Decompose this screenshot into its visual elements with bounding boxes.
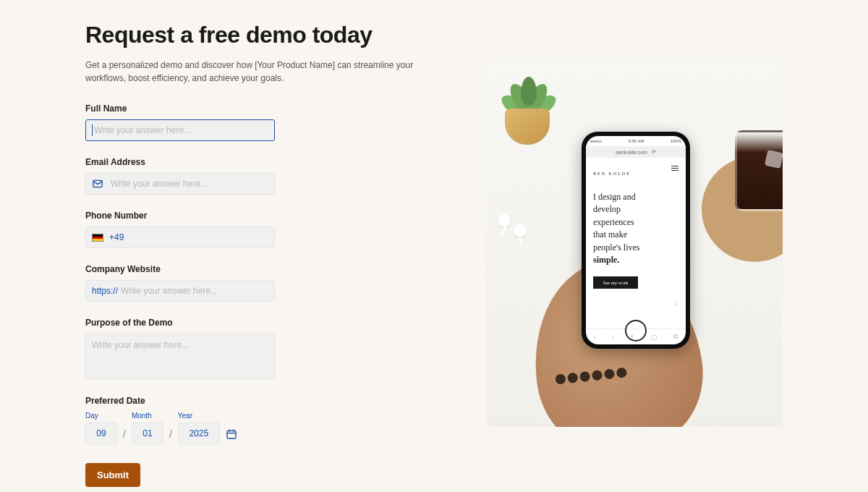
email-label: Email Address — [85, 157, 418, 167]
calendar-icon[interactable] — [226, 428, 237, 440]
site-cta-button: See my work — [593, 276, 638, 289]
svg-rect-1 — [227, 430, 236, 438]
date-separator: / — [123, 428, 126, 444]
phone-status-left: eeeco — [590, 139, 602, 143]
field-preferred-date: Preferred Date Day 09 / Month 01 / Year … — [85, 396, 418, 444]
submit-button[interactable]: Submit — [85, 463, 140, 487]
phone-status-right: 100% — [671, 139, 681, 143]
page-subtitle: Get a personalized demo and discover how… — [85, 59, 418, 85]
full-name-label: Full Name — [85, 103, 418, 114]
purpose-textarea[interactable] — [92, 340, 268, 373]
purpose-textarea-wrap[interactable] — [85, 334, 275, 380]
back-icon: ‹ — [594, 334, 596, 341]
forward-icon: › — [612, 334, 614, 341]
tabs-icon: ⧉ — [673, 333, 678, 341]
coffee-glass-icon — [735, 130, 783, 211]
phone-mockup: eeeco 9:55 AM 100% benkolde.com ⟳ BEN KO… — [582, 132, 690, 349]
website-input-wrap[interactable]: https:// — [85, 280, 275, 302]
field-phone: Phone Number +49 — [85, 211, 418, 248]
phone-status-time: 9:55 AM — [628, 139, 644, 143]
year-mini-label: Year — [178, 412, 220, 420]
refresh-icon: ⟳ — [652, 149, 656, 155]
phone-input[interactable] — [127, 232, 268, 242]
flag-de-icon[interactable] — [92, 234, 103, 242]
purpose-label: Purpose of the Demo — [85, 318, 418, 328]
email-input-wrap[interactable] — [85, 173, 275, 195]
field-email: Email Address — [85, 157, 418, 195]
date-separator: / — [169, 428, 172, 444]
site-brand: BEN KOLDE — [593, 171, 631, 176]
month-input[interactable]: 01 — [132, 423, 163, 444]
website-input[interactable] — [121, 286, 268, 296]
year-input[interactable]: 2025 — [178, 423, 220, 444]
website-label: Company Website — [85, 264, 418, 274]
month-mini-label: Month — [132, 412, 163, 420]
phone-input-wrap[interactable]: +49 — [85, 226, 275, 248]
home-button-icon — [625, 320, 647, 342]
earbuds-icon — [498, 214, 538, 240]
phone-label: Phone Number — [85, 211, 418, 221]
field-website: Company Website https:// — [85, 264, 418, 302]
day-mini-label: Day — [85, 412, 117, 420]
phone-prefix: +49 — [109, 232, 124, 242]
field-purpose: Purpose of the Demo — [85, 318, 418, 380]
full-name-input[interactable] — [94, 125, 268, 135]
plant-icon — [498, 72, 557, 145]
menu-icon — [671, 166, 678, 171]
phone-url: benkolde.com — [616, 150, 647, 155]
site-copy: I design and develop experiences that ma… — [593, 191, 678, 266]
text-caret — [92, 124, 93, 136]
scroll-down-icon: ↓ — [674, 300, 678, 307]
mail-icon — [92, 178, 103, 190]
email-input[interactable] — [111, 179, 268, 189]
bookmark-icon: ▢ — [651, 334, 658, 341]
preferred-date-label: Preferred Date — [85, 396, 418, 406]
hero-image: eeeco 9:55 AM 100% benkolde.com ⟳ BEN KO… — [486, 59, 783, 427]
website-protocol: https:// — [92, 286, 118, 296]
page-title: Request a free demo today — [85, 22, 418, 48]
full-name-input-wrap[interactable] — [85, 119, 275, 141]
day-input[interactable]: 09 — [85, 423, 117, 444]
field-full-name: Full Name — [85, 103, 418, 141]
